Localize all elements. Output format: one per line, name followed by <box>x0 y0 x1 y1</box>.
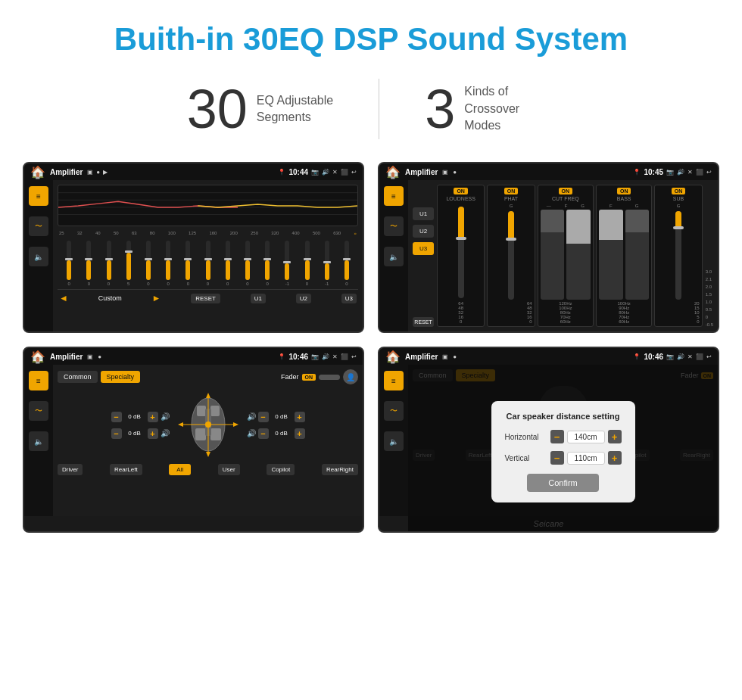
db-control-br: 🔊 − 0 dB + <box>247 428 305 439</box>
eq-slider-10[interactable]: 0 <box>238 241 257 286</box>
dialog-wave-btn[interactable]: 〜 <box>384 401 404 421</box>
minus-br[interactable]: − <box>258 428 269 439</box>
user-btn[interactable]: User <box>218 464 240 475</box>
eq-slider-15[interactable]: 0 <box>337 241 357 286</box>
specialty-tab[interactable]: Specialty <box>101 371 141 383</box>
all-btn[interactable]: All <box>169 464 191 475</box>
fader-on-badge[interactable]: ON <box>302 374 316 381</box>
dialog-dot-icon: ● <box>453 353 457 360</box>
bass-on-badge[interactable]: ON <box>617 188 631 194</box>
settings-time: 10:46 <box>288 353 308 361</box>
speaker-icon-bl: 🔊 <box>161 429 170 437</box>
eq-u3-btn[interactable]: U3 <box>341 294 357 303</box>
screenshots-grid: 🏠 Amplifier ▣ ● ▶ 📍 10:44 📷 🔊 ✕ ⬛ ↩ ≡ <box>0 162 742 555</box>
crossover-back-icon[interactable]: ↩ <box>706 169 712 176</box>
crossover-vol-btn[interactable]: 🔈 <box>384 247 404 266</box>
back-icon[interactable]: ↩ <box>351 169 357 176</box>
plus-tr[interactable]: + <box>295 412 305 422</box>
svg-rect-7 <box>195 428 206 440</box>
horizontal-minus[interactable]: − <box>550 430 564 443</box>
crossover-app-name: Amplifier <box>405 168 438 176</box>
eq-slider-7[interactable]: 0 <box>178 241 198 286</box>
eq-slider-11[interactable]: 0 <box>257 241 277 286</box>
dialog-vol-btn[interactable]: 🔈 <box>384 431 404 451</box>
u1-preset-btn[interactable]: U1 <box>413 207 434 220</box>
settings-save-icon: ▣ <box>87 353 93 360</box>
fader-slider[interactable] <box>319 375 340 380</box>
dialog-filter-btn[interactable]: ≡ <box>384 371 404 390</box>
vertical-minus[interactable]: − <box>550 451 564 465</box>
rearleft-btn[interactable]: RearLeft <box>110 464 142 475</box>
freq-320: 320 <box>271 231 279 235</box>
eq-reset-btn[interactable]: RESET <box>191 294 220 303</box>
plus-br[interactable]: + <box>295 428 305 439</box>
copilot-btn[interactable]: Copilot <box>267 464 295 475</box>
dialog-back-icon[interactable]: ↩ <box>706 353 712 360</box>
eq-slider-13[interactable]: 0 <box>297 241 316 286</box>
sub-on-badge[interactable]: ON <box>672 188 686 194</box>
crossover-wave-btn[interactable]: 〜 <box>384 216 404 236</box>
minus-tr[interactable]: − <box>258 412 269 422</box>
dialog-title: Car speaker distance setting <box>505 412 622 421</box>
eq-screen: 🏠 Amplifier ▣ ● ▶ 📍 10:44 📷 🔊 ✕ ⬛ ↩ ≡ <box>23 162 364 333</box>
eq-slider-8[interactable]: 0 <box>198 241 217 286</box>
freq-250: 250 <box>251 231 258 235</box>
loudness-on-badge[interactable]: ON <box>454 188 468 194</box>
horizontal-row: Horizontal − 140cm + <box>505 430 622 443</box>
eq-slider-12[interactable]: -1 <box>277 241 297 286</box>
eq-sidebar: ≡ 〜 🔈 <box>24 180 53 331</box>
eq-u1-btn[interactable]: U1 <box>251 294 266 303</box>
eq-slider-4[interactable]: 5 <box>119 241 139 286</box>
minus-bl[interactable]: − <box>111 428 122 439</box>
settings-back-icon[interactable]: ↩ <box>351 353 357 360</box>
eq-vol-btn[interactable]: 🔈 <box>29 247 48 266</box>
stat-eq-label: EQ AdjustableSegments <box>257 92 333 126</box>
rearright-btn[interactable]: RearRight <box>322 464 358 475</box>
speaker-icon-tr: 🔊 <box>247 412 256 421</box>
eq-next-btn[interactable]: ► <box>152 293 161 303</box>
eq-slider-1[interactable]: 0 <box>59 241 79 286</box>
horizontal-plus[interactable]: + <box>608 430 622 443</box>
cutfreq-on-badge[interactable]: ON <box>559 188 573 194</box>
eq-wave-btn[interactable]: 〜 <box>29 216 48 236</box>
crossover-home-icon[interactable]: 🏠 <box>385 165 401 179</box>
crossover-reset-btn[interactable]: RESET <box>413 317 434 327</box>
dialog-close-icon: ✕ <box>687 353 693 360</box>
settings-home-icon[interactable]: 🏠 <box>30 350 45 364</box>
plus-tl[interactable]: + <box>148 412 158 422</box>
eq-filter-btn[interactable]: ≡ <box>29 186 48 206</box>
phat-on-badge[interactable]: ON <box>504 188 519 194</box>
eq-prev-btn[interactable]: ◄ <box>59 293 68 303</box>
svg-marker-16 <box>233 422 238 427</box>
eq-slider-6[interactable]: 0 <box>158 241 178 286</box>
u2-preset-btn[interactable]: U2 <box>413 225 434 238</box>
u3-preset-btn[interactable]: U3 <box>413 242 434 255</box>
page-header: Buith-in 30EQ DSP Sound System <box>0 0 742 71</box>
eq-slider-5[interactable]: 0 <box>139 241 158 286</box>
dialog-home-icon[interactable]: 🏠 <box>385 350 401 364</box>
settings-vol-btn[interactable]: 🔈 <box>29 431 48 451</box>
driver-btn[interactable]: Driver <box>58 464 83 475</box>
vertical-label: Vertical <box>505 454 547 462</box>
phat-label: PHAT <box>504 196 518 201</box>
plus-bl[interactable]: + <box>148 428 158 439</box>
freq-32: 32 <box>77 231 83 235</box>
vertical-plus[interactable]: + <box>608 451 622 465</box>
eq-slider-2[interactable]: 0 <box>79 241 98 286</box>
dialog-screen-icon: ⬛ <box>696 353 703 360</box>
settings-wave-btn[interactable]: 〜 <box>29 401 48 421</box>
common-tab[interactable]: Common <box>58 371 98 383</box>
minus-tl[interactable]: − <box>111 412 122 422</box>
eq-slider-3[interactable]: 0 <box>98 241 118 286</box>
confirm-button[interactable]: Confirm <box>527 474 599 492</box>
chevron-right-icon[interactable]: » <box>354 231 356 235</box>
eq-slider-9[interactable]: 0 <box>218 241 238 286</box>
eq-u2-btn[interactable]: U2 <box>296 294 311 303</box>
settings-filter-btn[interactable]: ≡ <box>29 371 48 390</box>
freq-50: 50 <box>114 231 119 235</box>
home-icon[interactable]: 🏠 <box>30 165 45 179</box>
eq-slider-14[interactable]: -1 <box>317 241 337 286</box>
dialog-box: Car speaker distance setting Horizontal … <box>491 401 635 502</box>
settings-main: Common Specialty Fader ON 👤 <box>53 365 363 516</box>
crossover-filter-btn[interactable]: ≡ <box>384 186 404 206</box>
